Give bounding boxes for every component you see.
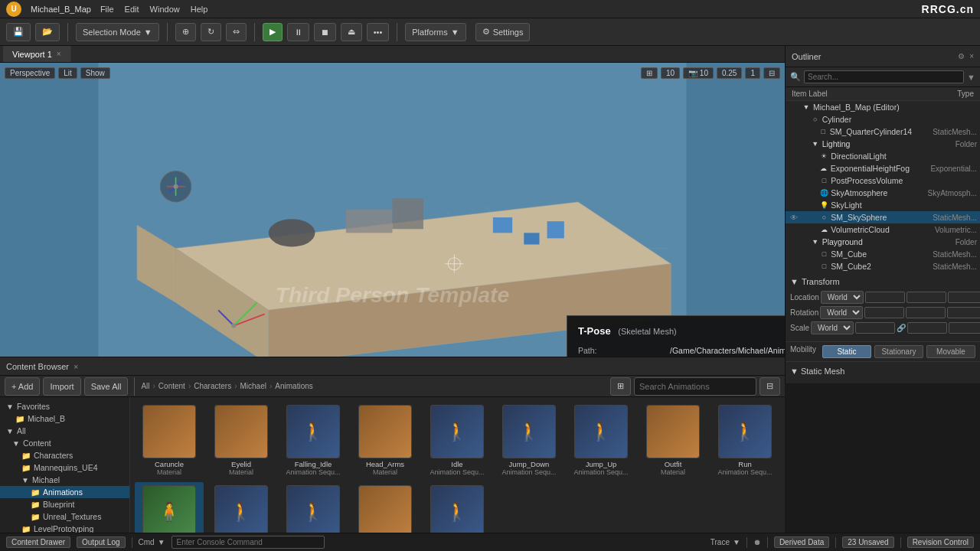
search-options-icon[interactable]: ▼ — [967, 73, 975, 82]
asset-item-run[interactable]: 🚶 Run Animation Sequ... — [710, 402, 779, 479]
viewport-3d[interactable]: Third Person Template Perspective Lit Sh… — [0, 63, 785, 357]
cb-all[interactable]: ▼ All — [0, 425, 129, 437]
cb-animations-folder[interactable]: 📁 Animations — [0, 486, 129, 498]
vp-grid-btn[interactable]: ⊞ — [641, 67, 658, 79]
derived-data-button[interactable]: Derived Data — [774, 536, 829, 548]
outliner-search-input[interactable] — [804, 70, 964, 83]
vp-snap-btn[interactable]: 0.25 — [717, 67, 742, 79]
location-y-input[interactable]: 0.0 — [906, 292, 946, 303]
asset-item-falling_idle[interactable]: 🚶 Falling_Idle Animation Sequ... — [279, 402, 348, 479]
bc-all[interactable]: All — [141, 382, 149, 390]
menu-edit[interactable]: Edit — [125, 5, 139, 14]
filter-button[interactable]: ⊞ — [610, 377, 631, 396]
rotate-button[interactable]: ↻ — [201, 23, 221, 41]
settings-button[interactable]: ⚙ Settings — [475, 23, 531, 41]
tree-item-skylight[interactable]: 💡 SkyLight — [786, 199, 980, 211]
viewport-tab-close[interactable]: × — [57, 50, 61, 58]
cb-levelproto-folder[interactable]: 📁 LevelPrototyping — [0, 523, 129, 533]
add-content-button[interactable]: + Add — [5, 377, 40, 396]
bc-characters[interactable]: Characters — [194, 382, 231, 390]
scale-y-input[interactable]: 400.0 — [907, 322, 947, 334]
location-x-input[interactable]: 0.0 — [865, 292, 905, 303]
asset-item-jump_up[interactable]: 🚶 Jump_Up Animation Sequ... — [567, 402, 635, 479]
rotation-y-input[interactable]: 0.0° — [906, 307, 946, 318]
tree-item-sm_quartercylinder[interactable]: □ SM_QuarterCylinder14 StaticMesh... — [786, 126, 980, 138]
rotation-z-input[interactable]: 0.0° — [947, 307, 980, 318]
tree-item-lighting[interactable]: ▼ Lighting Folder — [786, 138, 980, 150]
open-button[interactable]: 📂 — [35, 23, 60, 41]
save-button[interactable]: 💾 — [6, 23, 31, 41]
location-mode-select[interactable]: World — [821, 291, 864, 304]
cb-michael-b[interactable]: 📁 Michael_B — [0, 412, 129, 425]
play-button[interactable]: ▶ — [263, 23, 283, 41]
console-command-input[interactable] — [172, 536, 325, 549]
scale-button[interactable]: ⇔ — [226, 23, 247, 41]
show-button[interactable]: Show — [80, 67, 110, 79]
movable-button[interactable]: Movable — [926, 345, 975, 358]
eject-button[interactable]: ⏏ — [341, 23, 362, 41]
cb-characters-folder[interactable]: 📁 Characters — [0, 449, 129, 461]
tree-item-volumetriccloud[interactable]: ☁ VolumetricCloud Volumetric... — [786, 223, 980, 236]
selection-mode-button[interactable]: Selection Mode ▼ — [76, 23, 159, 41]
rotation-mode-select[interactable]: World — [820, 306, 863, 319]
stop-button[interactable]: ⏹ — [314, 23, 336, 41]
asset-item-t_pose[interactable]: 🧍 T-Pose Skeletal Mesh — [135, 482, 204, 533]
asset-item-caruncle[interactable]: Caruncle Material — [135, 402, 204, 479]
cb-view-options[interactable]: ⊟ — [760, 377, 780, 396]
vp-fov-btn[interactable]: 📷 10 — [683, 67, 714, 79]
vp-scale-btn[interactable]: 10 — [661, 67, 680, 79]
bc-animations[interactable]: Animations — [275, 382, 312, 390]
outliner-close-icon[interactable]: × — [969, 52, 974, 60]
content-search-input[interactable] — [634, 377, 756, 396]
unsaved-button[interactable]: 23 Unsaved — [842, 536, 893, 548]
revision-control-button[interactable]: Revision Control — [907, 536, 974, 548]
tree-item-postprocessvolume[interactable]: □ PostProcessVolume — [786, 174, 980, 187]
asset-item-outfit[interactable]: Outfit Material — [639, 402, 707, 479]
viewport-tab-1[interactable]: Viewport 1 × — [3, 46, 71, 62]
tree-item-exponentialheightfog[interactable]: ☁ ExponentialHeightFog Exponential... — [786, 162, 980, 174]
asset-item-eyelid[interactable]: Eyelid Material — [207, 402, 276, 479]
asset-item-t_pose_skeleton[interactable]: 🚶 T-Pose_Skeleton Skeleton — [279, 482, 348, 533]
cb-mannequins[interactable]: 📁 Mannequins_UE4 — [0, 461, 129, 474]
vp-rot-btn[interactable]: 1 — [745, 67, 760, 79]
asset-item-t_pose_physics[interactable]: 🚶 T-Pose_PhysicsAsset Physics Asset — [207, 482, 276, 533]
output-log-button[interactable]: Output Log — [77, 536, 125, 548]
tree-item-playground[interactable]: ▼ Playground Folder — [786, 236, 980, 248]
scale-z-input[interactable]: 400.0 — [949, 322, 980, 334]
asset-item-head_arms[interactable]: Head_Arms Material — [351, 402, 420, 479]
pause-button[interactable]: ⏸ — [287, 23, 309, 41]
lit-button[interactable]: Lit — [58, 67, 77, 79]
tree-item-michael_b_map[interactable]: ▼ Michael_B_Map (Editor) — [786, 101, 980, 113]
content-drawer-button[interactable]: Content Drawer — [6, 536, 70, 548]
asset-item-jump_down[interactable]: 🚶 Jump_Down Animation Sequ... — [495, 402, 564, 479]
menu-window[interactable]: Window — [150, 5, 180, 14]
transform-button[interactable]: ⊕ — [175, 23, 196, 41]
tree-item-sm_cube[interactable]: □ SM_Cube StaticMesh... — [786, 248, 980, 260]
more-button[interactable]: ••• — [367, 23, 390, 41]
import-button[interactable]: Import — [43, 377, 80, 396]
asset-item-tear_duct[interactable]: Tear_Duct Material — [351, 482, 420, 533]
cb-content-folder[interactable]: ▼ Content — [0, 437, 129, 449]
bc-michael[interactable]: Michael — [240, 382, 266, 390]
outliner-settings-icon[interactable]: ⚙ — [958, 52, 965, 60]
tree-item-skyatmosphere[interactable]: 🌐 SkyAtmosphere SkyAtmosph... — [786, 187, 980, 199]
asset-item-idle[interactable]: 🚶 Idle Animation Sequ... — [423, 402, 492, 479]
cb-blueprint-folder[interactable]: 📁 Blueprint — [0, 498, 129, 510]
tree-item-sm_skysphere[interactable]: 👁 ○ SM_SkySphere StaticMesh... — [786, 211, 980, 223]
transform-header[interactable]: ▼ Transform — [790, 277, 975, 286]
menu-help[interactable]: Help — [191, 5, 208, 14]
content-browser-close[interactable]: × — [74, 362, 78, 371]
stationary-button[interactable]: Stationary — [874, 345, 923, 358]
cb-michael-folder[interactable]: ▼ Michael — [0, 474, 129, 486]
cb-favorites[interactable]: ▼ Favorites — [0, 400, 129, 412]
rotation-x-input[interactable]: 0.0° — [864, 307, 904, 318]
menu-file[interactable]: File — [100, 5, 114, 14]
perspective-button[interactable]: Perspective — [5, 67, 55, 79]
save-all-cb-button[interactable]: Save All — [84, 377, 129, 396]
tree-item-sm_cube2[interactable]: □ SM_Cube2 StaticMesh... — [786, 260, 980, 272]
tree-item-cylinder[interactable]: ○ Cylinder — [786, 113, 980, 126]
cb-textures-folder[interactable]: 📁 Unreal_Textures — [0, 510, 129, 523]
asset-item-walk[interactable]: 🚶 Walk Animation Sequ... — [423, 482, 492, 533]
vp-extra-btn[interactable]: ⊟ — [763, 67, 780, 79]
bc-content[interactable]: Content — [158, 382, 185, 390]
